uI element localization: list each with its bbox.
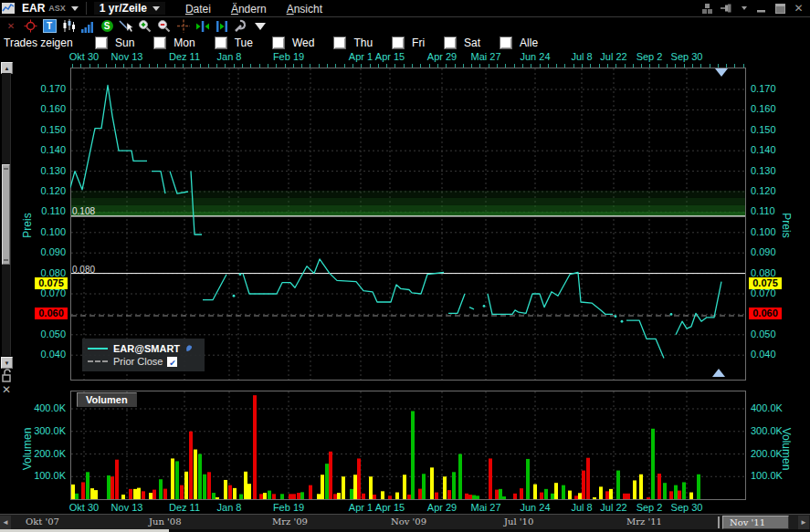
pin-icon[interactable] (720, 3, 731, 15)
prior-close-checkbox[interactable]: ✔ (167, 357, 177, 367)
volume-bar (292, 494, 296, 499)
volume-bar (333, 494, 337, 499)
trading-chart-window: EAR ASX 1 yr/Zeile DateiÄndernAnsicht ✕ … (0, 0, 810, 532)
volume-bar (233, 488, 237, 499)
volume-bar (228, 485, 232, 499)
close-panel-icon[interactable]: ✕ (2, 383, 11, 396)
date-label-top: Jul 22 (600, 51, 626, 62)
chart-legend: EAR@SMART Prior Close ✔ (82, 339, 205, 371)
close-icon[interactable]: ✕ (793, 3, 805, 15)
crosshair-icon[interactable] (175, 19, 192, 34)
checkbox-mon[interactable] (153, 37, 166, 49)
zoom-out-icon[interactable] (156, 19, 173, 34)
minimize-icon[interactable] (756, 3, 768, 15)
menu-ändern[interactable]: Ändern (231, 3, 267, 16)
volume-tick-label: 100.0K (751, 470, 783, 481)
menu-datei[interactable]: Datei (185, 3, 211, 16)
date-label-bottom: Dez 11 (169, 502, 200, 513)
workspace-icon[interactable] (701, 3, 713, 15)
checkbox-tue[interactable] (215, 37, 227, 49)
checkbox-sat[interactable] (444, 37, 457, 49)
scroll-indicator-down-icon[interactable] (715, 68, 728, 77)
legend-handle-icon[interactable] (184, 340, 195, 357)
volume-bar (357, 458, 361, 499)
timeframe-dropdown[interactable]: 1 yr/Zeile (94, 2, 165, 15)
checkbox-sun[interactable] (95, 37, 108, 49)
volume-bar (678, 491, 681, 499)
checkbox-fri[interactable] (392, 37, 405, 49)
volume-bar (513, 494, 517, 499)
volume-bar (568, 491, 572, 499)
volume-bar (526, 459, 530, 499)
volume-bar (137, 488, 141, 499)
volume-tick-label: 100.0K (0, 470, 66, 481)
checkbox-wed[interactable] (272, 37, 285, 49)
checkbox-alle[interactable] (500, 37, 512, 49)
divider (86, 2, 87, 15)
timeline-scrollbar: ◄ Okt '07Jun '08Mrz '09Nov '09Jul '10Mrz… (0, 514, 810, 530)
compress-chart-icon[interactable] (214, 19, 230, 34)
vertical-scrollbar-thumb[interactable] (2, 164, 10, 265)
volume-bar (447, 490, 451, 499)
volume-bar (540, 493, 543, 499)
date-label-bottom: Sep 30 (671, 502, 703, 513)
volume-bars-icon[interactable] (79, 19, 96, 34)
checkbox-thu[interactable] (333, 37, 346, 49)
timeline-thumb-edge (718, 516, 720, 528)
date-label-top: Sep 30 (671, 51, 703, 62)
volume-bar (499, 489, 502, 499)
target-icon[interactable] (22, 19, 38, 34)
maximize-icon[interactable] (774, 3, 786, 15)
menu-ansicht[interactable]: Ansicht (287, 3, 322, 16)
highlight-band (71, 198, 745, 205)
volume-panel-title[interactable]: Volumen (77, 392, 137, 407)
price-dot (615, 315, 617, 318)
symbol-dropdown-icon[interactable] (71, 6, 79, 11)
expand-chart-icon[interactable] (195, 19, 211, 34)
price-dot (239, 273, 242, 276)
settings-wrench-icon[interactable] (233, 19, 249, 34)
delete-drawing-icon[interactable]: ✕ (3, 19, 19, 34)
trendline-icon[interactable] (118, 19, 134, 34)
scroll-indicator-up-icon[interactable] (712, 369, 725, 377)
volume-plot[interactable] (70, 391, 746, 500)
text-tool-icon[interactable]: T (41, 19, 58, 34)
date-label-top: Jul 8 (571, 51, 592, 62)
timeline-left-arrow[interactable]: ◄ (0, 516, 11, 529)
price-line (676, 282, 721, 335)
pin-caret-icon[interactable] (738, 3, 750, 15)
price-plot[interactable] (70, 68, 746, 381)
timeline-thumb[interactable]: Nov '11 (722, 516, 789, 529)
hline-level-label: 0.080 (72, 265, 95, 275)
timeline-right-arrow[interactable]: ► (798, 516, 809, 529)
volume-chart-panel[interactable] (70, 391, 746, 500)
volume-bar (342, 476, 345, 499)
price-line (203, 275, 226, 300)
thumb-notch (4, 168, 8, 170)
date-label-top: Jun 24 (520, 51, 550, 62)
symbol-label[interactable]: EAR (22, 2, 45, 15)
date-label-bottom: Apr 15 (375, 502, 405, 513)
price-chart-panel[interactable] (70, 68, 746, 381)
price-line (448, 294, 465, 313)
day-label: Sun (115, 37, 134, 49)
volume-bar (435, 493, 438, 499)
candlestick-icon[interactable] (60, 19, 77, 34)
date-label-top: Nov 13 (111, 51, 143, 62)
volume-bar (71, 485, 75, 499)
volume-bar (94, 490, 98, 499)
scroll-down-button[interactable]: ▼ (1, 357, 13, 369)
day-checkbox-group: SunMonTueWedThuFriSatAlle (95, 37, 557, 49)
currency-icon[interactable]: S (99, 19, 115, 34)
date-label-top: Apr 29 (427, 51, 457, 62)
price-tick-label: 0.040 (751, 349, 776, 360)
price-tick-label: 0.050 (751, 329, 776, 339)
more-dropdown-icon[interactable] (252, 19, 268, 34)
volume-bar (520, 488, 523, 499)
volume-bar (353, 475, 357, 499)
zoom-in-icon[interactable] (137, 19, 153, 34)
date-label-bottom: Sep 2 (636, 502, 663, 513)
volume-bar (647, 497, 650, 499)
volume-bar (578, 493, 582, 499)
volume-bar (411, 411, 415, 499)
